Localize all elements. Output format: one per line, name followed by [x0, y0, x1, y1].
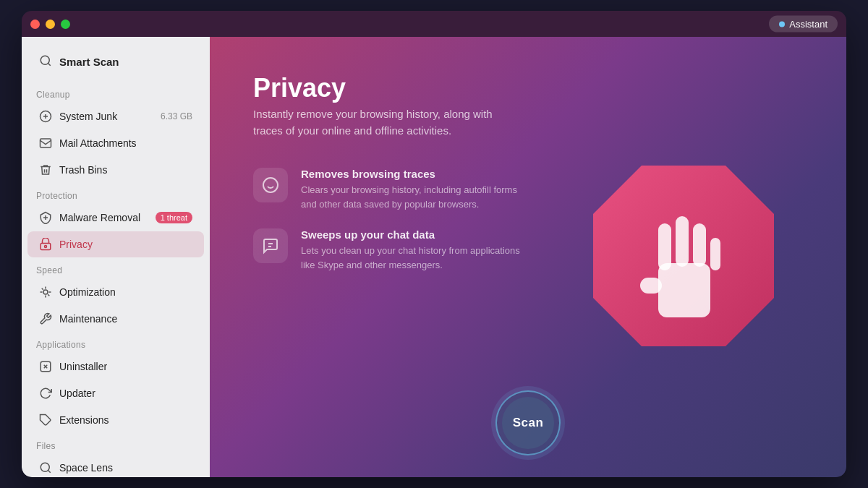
scan-button-wrap: Scan — [495, 390, 561, 455]
extensions-icon — [39, 414, 52, 427]
svg-point-14 — [43, 290, 48, 294]
space-lens-label: Space Lens — [59, 462, 113, 474]
svg-rect-27 — [658, 263, 710, 317]
section-label-cleanup: Cleanup — [22, 82, 210, 103]
browsing-traces-text: Removes browsing traces Clears your brow… — [301, 168, 532, 211]
system-junk-label: System Junk — [59, 111, 117, 122]
chat-data-icon-wrap — [253, 228, 288, 263]
sidebar-item-uninstaller[interactable]: Uninstaller — [27, 354, 204, 380]
smart-scan-label: Smart Scan — [59, 56, 119, 68]
main-content: Privacy Instantly remove your browsing h… — [210, 37, 846, 477]
sidebar-item-maintenance[interactable]: Maintenance — [27, 306, 204, 332]
sidebar-item-extensions[interactable]: Extensions — [27, 407, 204, 433]
browsing-traces-icon-wrap — [253, 168, 288, 202]
malware-badge: 1 threat — [156, 212, 192, 223]
scan-button-label: Scan — [502, 397, 554, 449]
svg-rect-3 — [41, 139, 51, 147]
updater-label: Updater — [59, 388, 95, 399]
app-window: Assistant Smart Scan Cleanup — [22, 11, 846, 477]
section-label-applications: Applications — [22, 333, 210, 353]
mask-icon — [262, 176, 279, 194]
assistant-button[interactable]: Assistant — [769, 16, 838, 33]
maximize-button[interactable] — [61, 20, 70, 29]
sidebar-item-malware-removal[interactable]: Malware Removal 1 threat — [27, 205, 204, 231]
svg-rect-29 — [658, 223, 671, 270]
trash-bins-label: Trash Bins — [59, 164, 107, 176]
svg-line-20 — [48, 470, 50, 472]
chat-data-desc: Lets you clean up your chat history from… — [301, 244, 532, 272]
octagon-illustration — [579, 151, 788, 361]
smart-scan-icon — [39, 54, 52, 69]
trash-bins-icon — [39, 163, 52, 176]
maintenance-icon — [39, 312, 52, 325]
page-subtitle: Instantly remove your browsing history, … — [253, 106, 514, 139]
sidebar-item-privacy[interactable]: Privacy — [27, 231, 204, 257]
section-label-speed: Speed — [22, 258, 210, 278]
privacy-label: Privacy — [59, 239, 93, 250]
sidebar-item-system-junk[interactable]: System Junk 6.33 GB — [27, 103, 204, 129]
updater-icon — [39, 387, 52, 400]
maintenance-label: Maintenance — [59, 313, 117, 325]
browsing-traces-title: Removes browsing traces — [301, 168, 532, 180]
sidebar-item-optimization[interactable]: Optimization — [27, 279, 204, 305]
malware-removal-icon — [39, 211, 52, 224]
svg-rect-31 — [693, 223, 706, 267]
uninstaller-label: Uninstaller — [59, 361, 107, 372]
svg-rect-28 — [640, 278, 662, 294]
sidebar: Smart Scan Cleanup System Junk 6.33 GB — [22, 37, 210, 477]
close-button[interactable] — [30, 20, 40, 29]
svg-point-19 — [41, 463, 49, 471]
optimization-label: Optimization — [59, 286, 116, 298]
browsing-traces-desc: Clears your browsing history, including … — [301, 183, 532, 211]
mail-attachments-icon — [39, 137, 52, 150]
sidebar-item-trash-bins[interactable]: Trash Bins — [27, 157, 204, 183]
sidebar-item-smart-scan[interactable]: Smart Scan — [27, 46, 204, 78]
svg-rect-6 — [41, 244, 51, 250]
assistant-dot-icon — [779, 21, 785, 27]
chat-data-title: Sweeps up your chat data — [301, 228, 532, 241]
uninstaller-icon — [39, 360, 52, 373]
scan-button[interactable]: Scan — [495, 390, 561, 455]
svg-rect-30 — [676, 216, 689, 267]
sidebar-item-mail-attachments[interactable]: Mail Attachments — [27, 130, 204, 156]
system-junk-size: 6.33 GB — [161, 111, 192, 121]
svg-rect-32 — [710, 238, 720, 270]
svg-line-11 — [48, 294, 49, 296]
svg-line-10 — [42, 288, 43, 290]
page-title: Privacy — [253, 73, 803, 103]
mail-attachments-label: Mail Attachments — [59, 137, 137, 149]
svg-line-1 — [48, 63, 50, 65]
privacy-icon — [39, 238, 52, 251]
system-junk-icon — [39, 110, 52, 123]
chat-icon — [262, 237, 279, 254]
minimize-button[interactable] — [46, 20, 55, 29]
svg-point-7 — [45, 246, 47, 248]
section-label-protection: Protection — [22, 184, 210, 204]
traffic-lights — [30, 20, 70, 29]
title-bar: Assistant — [22, 11, 846, 37]
sidebar-item-space-lens[interactable]: Space Lens — [27, 455, 204, 477]
chat-data-text: Sweeps up your chat data Lets you clean … — [301, 228, 532, 272]
extensions-label: Extensions — [59, 414, 109, 426]
assistant-label: Assistant — [789, 19, 827, 30]
app-body: Smart Scan Cleanup System Junk 6.33 GB — [22, 37, 846, 477]
section-label-files: Files — [22, 434, 210, 454]
optimization-icon — [39, 286, 52, 299]
privacy-illustration — [579, 151, 788, 364]
sidebar-item-updater[interactable]: Updater — [27, 380, 204, 406]
svg-point-0 — [41, 56, 49, 64]
space-lens-icon — [39, 461, 52, 474]
malware-removal-label: Malware Removal — [59, 212, 140, 223]
